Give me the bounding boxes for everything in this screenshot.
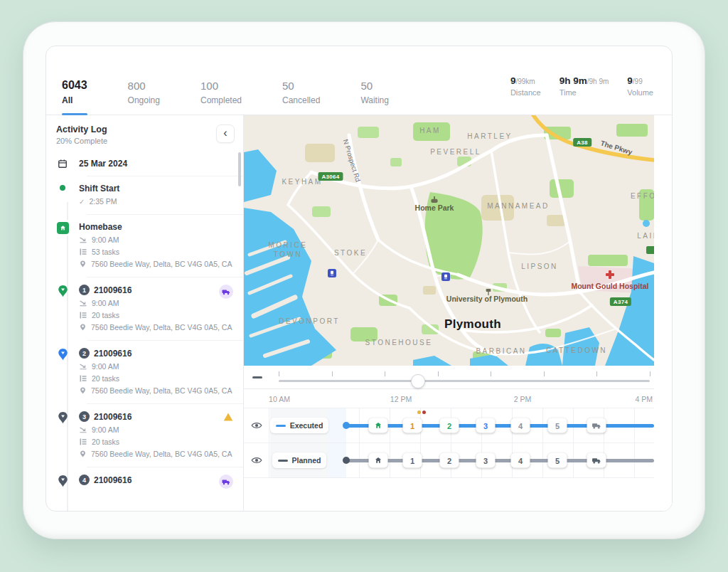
road-shield-a3064: A3064 [318, 172, 343, 181]
train-station-icon [441, 272, 450, 281]
executed-legend-chip[interactable]: Executed [270, 418, 329, 433]
entry-address: 7560 Beedie Way, Delta, BC V4G 0A5, CA [91, 450, 232, 458]
planned-stop-1[interactable]: 1 [403, 453, 422, 468]
executed-visibility-toggle[interactable] [244, 408, 269, 443]
executed-stop-4[interactable]: 4 [511, 418, 530, 433]
planned-legend-chip[interactable]: Planned [272, 452, 327, 468]
entry-tasks: 20 tasks [92, 438, 119, 446]
scrubber-tick [596, 371, 597, 376]
entry-homebase[interactable]: Homebase 9:00 AM 53 tasks 7560 Beedie Wa… [46, 215, 243, 277]
time-axis: 10 AM 12 PM 2 PM 4 PM [244, 389, 654, 408]
entry-time: 9:00 AM [92, 235, 119, 244]
arrival-time-icon [79, 235, 87, 244]
planned-vehicle-marker[interactable] [587, 453, 606, 468]
map-area-keyham: KEYHAM [282, 178, 322, 186]
check-icon: ✓ [79, 198, 85, 206]
entry-stop-3[interactable]: 321009616 9:00 AM 20 tasks 7560 Beedie W… [46, 404, 243, 467]
truck-icon [592, 457, 601, 464]
executed-stop-3[interactable]: 3 [476, 418, 496, 433]
scrubber-tick [491, 371, 491, 376]
executed-label: Executed [290, 421, 323, 430]
road-shield-a38: A38 [573, 138, 592, 147]
date-row[interactable]: 25 Mar 2024 [46, 151, 243, 176]
executed-stop-1[interactable]: 1 [403, 418, 422, 433]
map[interactable]: HAM HARTLEY PEVERELL KEYHAM MANNAMEAD EF… [244, 115, 654, 366]
stop-number-badge: 4 [79, 475, 90, 485]
sidebar-scrollbar[interactable] [238, 152, 241, 186]
scrubber-handle[interactable] [411, 374, 425, 388]
stat-time: 9h 9m/9h 9m Time [560, 75, 609, 97]
scrubber-track[interactable] [279, 380, 650, 382]
executed-home-marker[interactable] [369, 418, 388, 433]
tasks-icon [79, 248, 87, 256]
header: 6043 All 800 Ongoing 100 Completed 50 Ca… [46, 46, 672, 115]
time-value: 9h 9m [560, 75, 587, 86]
entry-tasks: 53 tasks [92, 248, 119, 256]
entry-time: 2:35 PM [89, 197, 117, 206]
entry-tasks: 20 tasks [92, 311, 119, 319]
executed-legend: Executed [270, 408, 328, 443]
stop-pin-icon-dark [58, 475, 68, 487]
arrival-time-icon [79, 425, 87, 434]
tab-ongoing[interactable]: 800 Ongoing [128, 46, 160, 115]
axis-label-4pm: 4 PM [635, 395, 653, 403]
stat-distance: 9/99km Distance [510, 75, 541, 97]
tab-ongoing-label: Ongoing [128, 95, 160, 105]
tab-waiting[interactable]: 50 Waiting [360, 46, 389, 115]
eye-icon [251, 456, 262, 465]
executed-vehicle-marker[interactable] [587, 418, 606, 433]
distance-max: /99km [515, 78, 535, 85]
planned-route-line [346, 459, 654, 462]
location-icon [79, 450, 87, 458]
planned-stop-4[interactable]: 4 [511, 453, 530, 468]
map-city-label: Plymouth [444, 317, 501, 332]
collapse-timeline-handle[interactable] [252, 376, 262, 378]
location-icon [79, 386, 87, 395]
planned-stop-3[interactable]: 3 [476, 453, 496, 468]
collapse-panel-button[interactable]: ‹ [216, 125, 235, 143]
shift-start-icon [60, 185, 65, 191]
homebase-icon [57, 222, 69, 234]
entry-stop-2[interactable]: 221009616 9:00 AM 20 tasks 7560 Beedie W… [46, 341, 243, 403]
entry-shift-start[interactable]: Shift Start ✓2:35 PM [46, 176, 243, 214]
map-area-devonport: DEVONPORT [279, 317, 340, 325]
tab-all[interactable]: 6043 All [62, 46, 87, 115]
axis-label-10am: 10 AM [269, 395, 290, 403]
entry-time: 9:00 AM [92, 299, 119, 307]
entry-title: 21009616 [94, 349, 132, 359]
planned-home-marker[interactable] [369, 453, 388, 468]
entry-stop-4[interactable]: 421009616 [46, 467, 243, 496]
home-icon [375, 422, 382, 430]
home-icon [375, 457, 382, 465]
planned-visibility-toggle[interactable] [244, 443, 269, 477]
warning-icon [223, 411, 233, 424]
planned-label: Planned [292, 456, 321, 465]
executed-stop-2[interactable]: 2 [440, 418, 459, 433]
scrubber-tick [385, 371, 385, 376]
map-area-mannamead: MANNAMEAD [487, 202, 550, 210]
distance-label: Distance [510, 88, 541, 97]
activity-log-heading: Activity Log 20% Complete [56, 125, 107, 145]
scrubber-tick [279, 371, 279, 376]
map-area-ham: HAM [419, 127, 441, 134]
planned-stop-5[interactable]: 5 [548, 453, 567, 468]
stop-pin-icon-dark [58, 411, 68, 424]
entry-stop-1[interactable]: 121009616 9:00 AM 20 tasks 7560 Beedie W… [46, 277, 243, 340]
volume-value: 9 [627, 75, 633, 86]
volume-label: Volume [627, 88, 653, 97]
map-area-hartley: HARTLEY [467, 132, 512, 140]
tab-completed[interactable]: 100 Completed [200, 46, 242, 115]
tab-cancelled[interactable]: 50 Cancelled [282, 46, 320, 115]
stop-alert-dots [417, 411, 426, 414]
tab-ongoing-count: 800 [128, 80, 160, 92]
planned-stop-2[interactable]: 2 [440, 453, 459, 468]
entry-title: 21009616 [94, 412, 132, 422]
tasks-icon [79, 438, 87, 446]
executed-stop-5[interactable]: 5 [548, 418, 567, 433]
scrubber-tick [438, 371, 439, 376]
entry-tasks: 20 tasks [92, 374, 119, 383]
time-label: Time [560, 88, 609, 97]
truck-icon [592, 422, 601, 429]
tab-completed-label: Completed [200, 95, 242, 105]
tab-completed-count: 100 [200, 80, 242, 92]
